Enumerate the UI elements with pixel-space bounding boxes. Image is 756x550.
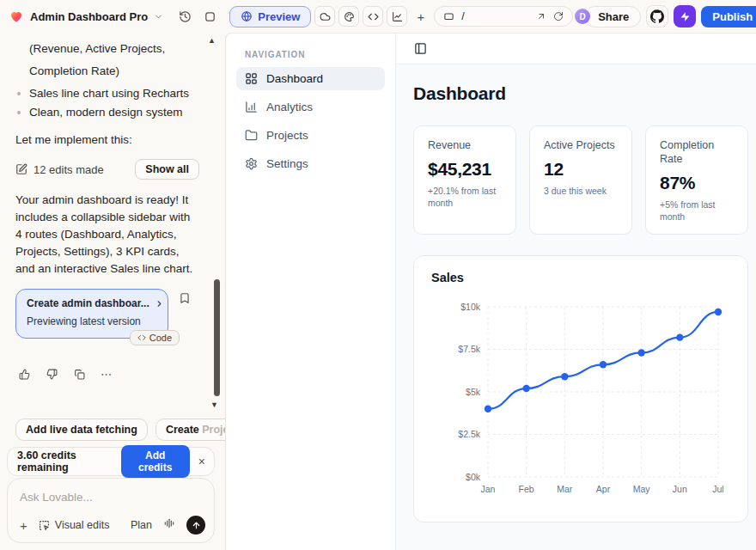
chevron-right-icon bbox=[155, 299, 164, 309]
scroll-up-button[interactable]: ▲ bbox=[208, 36, 216, 45]
version-row: Create admin dashboar... Previewing late… bbox=[15, 289, 199, 339]
url-bar[interactable]: / bbox=[434, 6, 573, 27]
code-view-button[interactable] bbox=[363, 6, 383, 27]
visual-edits-label: Visual edits bbox=[55, 519, 110, 531]
add-credits-button[interactable]: Add credits bbox=[121, 445, 190, 478]
sidebar-item-dashboard[interactable]: Dashboard bbox=[236, 67, 385, 90]
preview-window: NAVIGATION Dashboard Analytics Projects … bbox=[225, 33, 756, 550]
audio-lines-icon bbox=[163, 517, 175, 529]
external-link-icon bbox=[536, 11, 546, 21]
preview-button[interactable]: Preview bbox=[229, 6, 311, 28]
chart-title: Sales bbox=[431, 271, 732, 284]
toolbar: Preview + / bbox=[229, 6, 573, 28]
publish-button[interactable]: Publish bbox=[701, 6, 756, 28]
attach-button[interactable]: + bbox=[20, 518, 27, 533]
github-icon bbox=[650, 9, 664, 23]
visual-edits-icon bbox=[39, 520, 50, 531]
sidebar-item-settings[interactable]: Settings bbox=[236, 152, 385, 175]
version-card[interactable]: Create admin dashboar... Previewing late… bbox=[15, 289, 168, 339]
chat-input[interactable] bbox=[20, 491, 204, 504]
thumbs-up-button[interactable] bbox=[15, 365, 33, 382]
dashboard-header bbox=[396, 34, 756, 64]
dashboard-sidebar: NAVIGATION Dashboard Analytics Projects … bbox=[226, 34, 396, 550]
panel-layout-button[interactable] bbox=[200, 7, 219, 26]
list-item: Sales line chart using Recharts bbox=[15, 84, 199, 103]
thumbs-down-icon bbox=[46, 369, 58, 380]
thumbs-down-button[interactable] bbox=[43, 365, 60, 382]
kpi-subtext: +20.1% from last month bbox=[428, 185, 502, 209]
cloud-button[interactable] bbox=[314, 6, 335, 27]
kpi-value: 12 bbox=[544, 159, 618, 180]
project-title[interactable]: Admin Dashboard Pro bbox=[30, 10, 148, 23]
kpi-card-revenue: Revenue $45,231 +20.1% from last month bbox=[413, 125, 516, 235]
chat-scrollbar[interactable] bbox=[214, 279, 220, 396]
suggestion-chip[interactable]: Add live data fetching bbox=[15, 419, 148, 441]
assistant-summary: Your admin dashboard is ready! It includ… bbox=[15, 192, 199, 278]
list-item: Clean, modern design system bbox=[15, 103, 199, 122]
theme-button[interactable] bbox=[338, 6, 359, 27]
bar-chart-icon bbox=[245, 101, 258, 113]
chevron-down-icon[interactable] bbox=[154, 12, 163, 21]
sidebar-item-projects[interactable]: Projects bbox=[236, 124, 385, 147]
url-path[interactable]: / bbox=[461, 10, 529, 22]
version-title: Create admin dashboar... bbox=[27, 297, 149, 309]
show-all-button[interactable]: Show all bbox=[135, 159, 199, 180]
plan-button[interactable]: Plan bbox=[131, 519, 152, 531]
bookmark-icon bbox=[179, 292, 191, 304]
open-external-button[interactable] bbox=[536, 11, 546, 21]
svg-text:May: May bbox=[633, 484, 651, 494]
github-button[interactable] bbox=[646, 5, 668, 28]
assistant-text-line: Completion Rate) bbox=[29, 60, 199, 82]
more-actions-button[interactable]: ⋯ bbox=[98, 365, 115, 382]
kpi-title: Revenue bbox=[428, 138, 502, 152]
analytics-view-button[interactable] bbox=[387, 6, 407, 27]
kpi-subtext: 3 due this week bbox=[544, 185, 618, 197]
version-title-row: Create admin dashboar... bbox=[27, 297, 157, 309]
scroll-down-button[interactable]: ▼ bbox=[210, 400, 218, 409]
dashboard-main: Dashboard Revenue $45,231 +20.1% from la… bbox=[396, 34, 756, 550]
refresh-icon bbox=[553, 11, 564, 21]
topbar-actions: D Share Publish bbox=[573, 5, 756, 28]
copy-button[interactable] bbox=[70, 365, 88, 382]
folder-icon bbox=[245, 129, 258, 142]
gear-icon bbox=[245, 157, 258, 170]
send-button[interactable] bbox=[186, 516, 205, 535]
bookmark-button[interactable] bbox=[179, 292, 191, 308]
kpi-value: 87% bbox=[660, 173, 734, 193]
palette-icon bbox=[344, 11, 355, 22]
refresh-button[interactable] bbox=[553, 11, 564, 21]
file-edit-icon bbox=[15, 163, 27, 175]
thumbs-up-icon bbox=[19, 369, 30, 380]
preview-label: Preview bbox=[258, 10, 300, 23]
globe-icon bbox=[241, 10, 253, 22]
code-badge[interactable]: Code bbox=[130, 330, 180, 345]
close-banner-button[interactable]: × bbox=[198, 455, 205, 468]
sidebar-item-label: Analytics bbox=[266, 101, 313, 113]
edits-count-label: 12 edits made bbox=[34, 163, 104, 176]
sidebar-item-analytics[interactable]: Analytics bbox=[236, 95, 385, 119]
sales-chart[interactable]: $0k$2.5k$5k$7.5k$10kJanFebMarAprMayJunJu… bbox=[431, 293, 732, 510]
cloud-icon bbox=[320, 11, 331, 22]
top-bar: Admin Dashboard Pro Preview bbox=[0, 0, 756, 33]
kpi-title: Completion Rate bbox=[660, 138, 734, 166]
assistant-text-line: Let me implement this: bbox=[15, 133, 199, 146]
add-tab-button[interactable]: + bbox=[411, 9, 430, 24]
sidebar-toggle-button[interactable] bbox=[414, 42, 427, 55]
feature-list: Sales line chart using Recharts Clean, m… bbox=[15, 84, 199, 122]
svg-text:$5k: $5k bbox=[466, 387, 481, 397]
share-button[interactable]: Share bbox=[584, 6, 641, 28]
chip-label: Add live data fetching bbox=[26, 424, 137, 436]
voice-input-button[interactable] bbox=[163, 517, 175, 533]
message-actions: ⋯ bbox=[15, 365, 199, 382]
app-screen: Admin Dashboard Pro Preview bbox=[0, 0, 756, 550]
sidebar-item-label: Settings bbox=[266, 157, 308, 170]
upgrade-button[interactable] bbox=[674, 5, 696, 28]
history-button[interactable] bbox=[175, 7, 194, 26]
chat-panel: (Revenue, Active Projects, Completion Ra… bbox=[0, 33, 225, 550]
chat-messages: (Revenue, Active Projects, Completion Ra… bbox=[0, 33, 225, 382]
composer-toolbar: + Visual edits Plan bbox=[20, 516, 205, 535]
visual-edits-button[interactable]: Visual edits bbox=[39, 519, 110, 531]
credits-remaining-label: 3.60 credits remaining bbox=[17, 449, 121, 474]
avatar[interactable]: D bbox=[573, 7, 592, 26]
suggestion-chip[interactable]: Create Projects Ka bbox=[155, 419, 225, 441]
